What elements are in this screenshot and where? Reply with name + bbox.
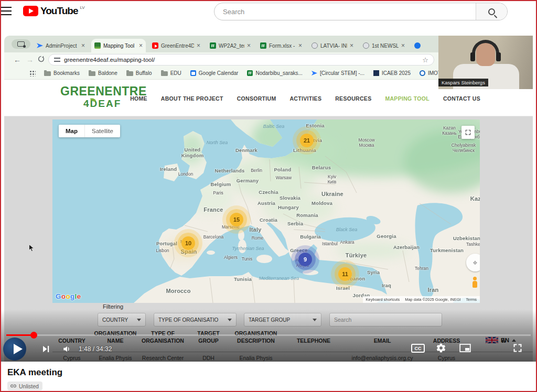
nav-item-resources[interactable]: RESOURCES xyxy=(335,95,371,102)
play-button[interactable] xyxy=(14,344,23,354)
bookmark-label: Bookmarks xyxy=(53,70,80,76)
map-fullscreen-button[interactable] xyxy=(461,126,475,139)
nav-item-contact-us[interactable]: CONTACT US xyxy=(443,95,480,102)
language-selector[interactable]: EN xyxy=(486,336,516,344)
bookmark-label: Nodarbibu_saraks... xyxy=(255,70,303,76)
back-icon[interactable]: ← xyxy=(14,55,21,64)
browser-tab[interactable]: 1st NEWSLETT× xyxy=(360,39,408,52)
hamburger-menu-icon[interactable] xyxy=(1,7,12,15)
map-button[interactable]: Map xyxy=(59,125,84,137)
youtube-logo[interactable]: YouTube LV xyxy=(23,5,85,17)
filter-search-input[interactable] xyxy=(329,313,442,326)
address-bar[interactable]: greenentre4deaf.eu/mapping-tool/ ☆ xyxy=(48,54,434,66)
fullscreen-button[interactable] xyxy=(512,343,523,355)
browser-tab[interactable]: Form.xlsx - G× xyxy=(257,39,305,52)
bookmark-star-icon[interactable]: ☆ xyxy=(422,56,428,64)
browser-tab[interactable]: Mapping Tool× xyxy=(91,39,146,52)
next-button[interactable] xyxy=(41,344,51,356)
table-header-cell[interactable]: ORGANISATION DESCRIPTION xyxy=(231,329,281,345)
nav-item-consortium[interactable]: CONSORTIUM xyxy=(237,95,276,102)
filter-dropdown[interactable]: TARGET GROUP xyxy=(244,313,321,326)
visibility-badge: Unlisted xyxy=(7,382,42,390)
map-attribution-item[interactable]: Map data ©2025 Google, INEGI xyxy=(405,297,460,302)
tab-close-icon[interactable]: × xyxy=(401,42,405,49)
chevron-up-icon xyxy=(512,339,516,342)
volume-button[interactable] xyxy=(62,344,72,356)
volume-icon xyxy=(62,344,72,354)
map-cluster[interactable]: 11 xyxy=(338,267,352,281)
chevron-down-icon xyxy=(313,319,317,321)
tab-close-icon[interactable]: × xyxy=(81,42,85,49)
browser-tab[interactable]: GreenEntre4D× xyxy=(149,39,203,52)
dropdown-label: COUNTRY xyxy=(102,317,128,323)
tab-label: Mapping Tool xyxy=(103,43,136,49)
filter-dropdown[interactable]: TYPE OF ORGANISATIO xyxy=(154,313,237,326)
map-cluster[interactable]: 9 xyxy=(298,253,312,266)
tab-close-icon[interactable]: × xyxy=(298,42,302,49)
table-cell: info@enaliaphysis.org.cy xyxy=(346,354,418,362)
apps-grid-icon[interactable] xyxy=(29,70,36,77)
table-header-cell[interactable]: ORGANISATION NAME xyxy=(91,329,139,345)
video-title: EKA meeting xyxy=(7,367,62,378)
search-button[interactable] xyxy=(476,3,507,20)
satellite-button[interactable]: Satellite xyxy=(84,125,120,137)
tune-icon[interactable] xyxy=(54,57,60,62)
tab-close-icon[interactable]: × xyxy=(139,42,143,49)
bookmark-item[interactable]: ICAEB 2025 xyxy=(373,70,411,76)
bookmark-item[interactable]: Bookmarks xyxy=(44,70,80,76)
table-header-cell[interactable]: TELEPHONE xyxy=(281,336,346,346)
google-logo[interactable]: Google xyxy=(56,292,81,300)
nav-item-about-the-project[interactable]: ABOUT THE PROJECT xyxy=(161,95,223,102)
url-text: greenentre4deaf.eu/mapping-tool/ xyxy=(64,57,155,63)
bookmark-item[interactable]: Nodarbibu_saraks... xyxy=(247,70,303,76)
map-cluster[interactable]: 15 xyxy=(230,213,243,226)
filter-dropdown[interactable]: COUNTRY xyxy=(98,313,146,326)
browser-tab[interactable]: LATVIA- INFO× xyxy=(308,39,357,52)
bookmark-item[interactable]: Buffalo xyxy=(126,70,152,76)
bookmark-item[interactable]: Google Calendar xyxy=(190,70,239,76)
bookmark-item[interactable]: [Circular STEM] -... xyxy=(312,70,364,76)
pegman-icon[interactable] xyxy=(471,277,478,288)
miniplayer-button[interactable] xyxy=(459,344,471,354)
progress-bar[interactable] xyxy=(6,334,531,336)
map-cluster[interactable]: 21 xyxy=(300,134,314,147)
globe-favicon-icon xyxy=(312,42,318,49)
table-cell: Enalia Physis xyxy=(91,354,139,362)
table-header-cell[interactable]: TYPE OF ORGANISATION xyxy=(139,329,186,345)
nav-item-home[interactable]: HOME xyxy=(130,95,147,102)
search-input[interactable] xyxy=(214,3,476,20)
table-header-cell[interactable]: EMAIL xyxy=(346,336,418,346)
forward-icon[interactable]: → xyxy=(26,55,34,64)
tab-close-icon[interactable]: × xyxy=(350,42,353,49)
nav-item-mapping-tool[interactable]: MAPPING TOOL xyxy=(385,95,429,102)
browser-tab[interactable]: AdminProject× xyxy=(34,39,88,52)
bookmark-label: ICAEB 2025 xyxy=(382,70,411,76)
settings-button[interactable] xyxy=(436,343,446,355)
progress-scrubber[interactable] xyxy=(30,332,37,339)
tab-group-chip[interactable] xyxy=(12,39,30,49)
mapping-favicon-icon xyxy=(94,42,101,49)
map-attribution-item[interactable]: Terms xyxy=(466,297,477,302)
map-attribution-item[interactable]: Keyboard shortcuts xyxy=(366,297,400,302)
reload-icon[interactable] xyxy=(38,55,45,64)
folder-icon xyxy=(161,71,168,76)
bookmark-item[interactable]: EDU xyxy=(161,70,181,76)
browser-tab[interactable] xyxy=(411,39,423,52)
captions-button[interactable]: CC xyxy=(411,344,425,353)
tab-close-icon[interactable]: × xyxy=(197,42,200,49)
nav-item-activities[interactable]: ACTIVITIES xyxy=(289,95,321,102)
filter-row: COUNTRYTYPE OF ORGANISATIOTARGET GROUP xyxy=(4,313,533,326)
map-pan-control[interactable]: ✥ xyxy=(466,254,480,271)
video-player[interactable]: AdminProject×Mapping Tool×GreenEntre4D×W… xyxy=(0,23,537,362)
filtering-title: Filtering xyxy=(103,303,123,310)
table-row: CyprusEnalia PhysisResearch CenterDDHEna… xyxy=(52,354,533,362)
table-header-cell[interactable]: TARGET GROUP xyxy=(186,329,231,345)
google-map[interactable]: Baltic SeaNorth SeaBlack SeaMediterranea… xyxy=(52,119,480,303)
dropdown-label: TARGET GROUP xyxy=(249,317,290,323)
map-cluster[interactable]: 10 xyxy=(181,236,195,250)
bookmark-item[interactable]: Baldone xyxy=(89,70,117,76)
miniplayer-icon xyxy=(459,344,471,352)
browser-tab[interactable]: WP2A2_temp× xyxy=(207,39,254,52)
tab-close-icon[interactable]: × xyxy=(247,42,251,49)
globe-favicon-icon xyxy=(363,42,369,49)
